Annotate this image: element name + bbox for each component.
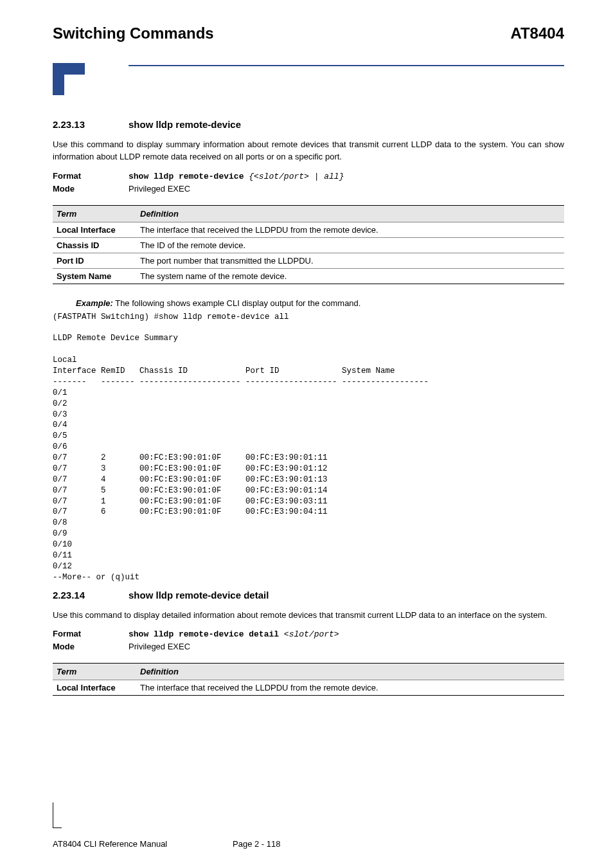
th-definition: Definition	[136, 205, 564, 222]
term-cell: Local Interface	[53, 680, 136, 696]
svg-rect-1	[53, 75, 64, 95]
format-argument: {<slot/port> | all}	[249, 172, 344, 181]
definition-cell: The port number that transmitted the LLD…	[136, 253, 564, 268]
section-title: show lldp remote-device	[129, 119, 241, 130]
section-description: Use this command to display detailed inf…	[53, 610, 564, 622]
cli-output: (FASTPATH Switching) #show lldp remote-d…	[53, 312, 564, 583]
mode-label: Mode	[53, 642, 129, 651]
mode-label: Mode	[53, 184, 129, 194]
section-heading-2: 2.23.14 show lldp remote-device detail	[53, 590, 564, 601]
section-number: 2.23.13	[53, 119, 129, 130]
th-term: Term	[53, 664, 136, 680]
crop-mark-icon	[53, 811, 62, 828]
definition-table-1: Term Definition Local Interface The inte…	[53, 205, 564, 284]
brand-logo-icon	[53, 63, 85, 97]
page-header: Switching Commands AT8404	[53, 24, 564, 42]
format-value: show lldp remote-device detail <slot/por…	[129, 629, 339, 639]
page-footer: AT8404 CLI Reference Manual Page 2 - 118	[53, 839, 564, 849]
term-cell: Port ID	[53, 253, 136, 268]
term-cell: System Name	[53, 268, 136, 284]
table-row: System Name The system name of the remot…	[53, 268, 564, 284]
definition-table-2: Term Definition Local Interface The inte…	[53, 663, 564, 696]
mode-value: Privileged EXEC	[129, 642, 190, 651]
format-value: show lldp remote-device {<slot/port> | a…	[129, 171, 344, 181]
header-rule	[129, 65, 564, 66]
example-line: Example: The following shows example CLI…	[76, 298, 564, 308]
mode-row: Mode Privileged EXEC	[53, 184, 564, 194]
footer-page-number: Page 2 - 118	[233, 839, 280, 849]
section-heading-1: 2.23.13 show lldp remote-device	[53, 119, 564, 130]
format-label: Format	[53, 171, 129, 181]
format-command: show lldp remote-device detail	[129, 629, 284, 639]
definition-cell: The interface that received the LLDPDU f…	[136, 222, 564, 237]
crop-mark-icon	[53, 802, 53, 811]
section-description: Use this command to display summary info…	[53, 139, 564, 163]
table-row: Chassis ID The ID of the remote device.	[53, 237, 564, 253]
footer-doc-title: AT8404 CLI Reference Manual	[53, 839, 233, 849]
definition-cell: The ID of the remote device.	[136, 237, 564, 253]
example-label: Example:	[76, 298, 113, 308]
format-row: Format show lldp remote-device detail <s…	[53, 629, 564, 639]
section-number: 2.23.14	[53, 590, 129, 601]
mode-value: Privileged EXEC	[129, 184, 190, 194]
term-cell: Chassis ID	[53, 237, 136, 253]
format-label: Format	[53, 629, 129, 639]
definition-cell: The interface that received the LLDPDU f…	[136, 680, 564, 696]
logo-row	[53, 63, 564, 97]
mode-row: Mode Privileged EXEC	[53, 642, 564, 651]
th-definition: Definition	[136, 664, 564, 680]
format-command: show lldp remote-device	[129, 172, 249, 181]
format-argument: <slot/port>	[284, 629, 339, 639]
section-title: show lldp remote-device detail	[129, 590, 269, 601]
format-row: Format show lldp remote-device {<slot/po…	[53, 171, 564, 181]
header-chapter: Switching Commands	[53, 24, 214, 42]
th-term: Term	[53, 205, 136, 222]
header-model: AT8404	[510, 24, 564, 42]
table-row: Port ID The port number that transmitted…	[53, 253, 564, 268]
table-row: Local Interface The interface that recei…	[53, 680, 564, 696]
table-row: Local Interface The interface that recei…	[53, 222, 564, 237]
definition-cell: The system name of the remote device.	[136, 268, 564, 284]
example-text: The following shows example CLI display …	[113, 298, 361, 308]
term-cell: Local Interface	[53, 222, 136, 237]
svg-rect-0	[53, 63, 85, 75]
